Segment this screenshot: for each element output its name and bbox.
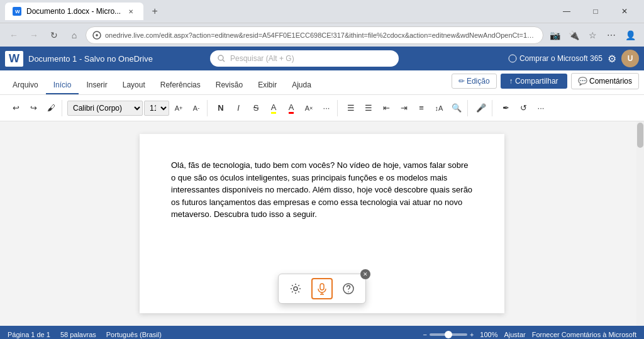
decrease-font-button[interactable]: A- <box>188 100 204 116</box>
new-tab-button[interactable]: + <box>146 3 164 20</box>
maximize-button[interactable]: □ <box>581 0 610 23</box>
reuse-button[interactable]: ↺ <box>515 100 531 116</box>
favorites-icon[interactable]: ☆ <box>584 26 601 44</box>
tab-revisao[interactable]: Revisão <box>208 77 250 94</box>
help-icon <box>342 282 355 295</box>
italic-button[interactable]: I <box>230 100 247 116</box>
feedback-label[interactable]: Fornecer Comentários à Microsoft <box>532 331 636 338</box>
ribbon-tabs: Arquivo Início Inserir Layout Referência… <box>5 70 452 94</box>
svg-point-3 <box>218 55 223 60</box>
style-group: N I S A A A× ··· <box>210 100 338 116</box>
sort-button[interactable]: ↕A <box>431 100 447 116</box>
align-button[interactable]: ≡ <box>413 100 430 116</box>
language-info[interactable]: Português (Brasil) <box>106 331 162 338</box>
tab-close-button[interactable]: ✕ <box>126 6 136 16</box>
minimize-button[interactable]: — <box>552 0 581 23</box>
undo-group: ↩ ↪ 🖌 <box>5 100 62 116</box>
forward-button[interactable]: → <box>25 26 43 44</box>
refresh-button[interactable]: ↻ <box>45 26 63 44</box>
window-controls: — □ ✕ <box>552 0 639 23</box>
zoom-slider[interactable] <box>430 333 467 336</box>
floating-mic-button[interactable] <box>311 278 333 299</box>
browser-tab[interactable]: W Documento 1.docx - Micro... ✕ <box>5 3 143 20</box>
find-button[interactable]: 🔍 <box>448 100 465 116</box>
floating-help-button[interactable] <box>338 278 359 299</box>
zoom-percent: 100% <box>480 331 497 338</box>
ribbon-tabs-bar: Arquivo Início Inserir Layout Referência… <box>0 70 644 95</box>
tab-inserir[interactable]: Inserir <box>79 77 114 94</box>
tab-referencias[interactable]: Referências <box>153 77 208 94</box>
bullets-button[interactable]: ☰ <box>343 100 359 116</box>
user-avatar[interactable]: U <box>621 50 639 67</box>
zoom-control[interactable]: − + <box>423 331 474 338</box>
address-bar[interactable]: onedrive.live.com/edit.aspx?action=editn… <box>86 26 543 44</box>
ms365-label: Comprar o Microsoft 365 <box>519 54 602 63</box>
svg-point-6 <box>294 287 297 291</box>
extensions-icon[interactable]: 🔌 <box>565 26 582 44</box>
font-family-select[interactable]: Calibri (Corpo) <box>67 101 143 116</box>
ms365-icon <box>508 54 517 63</box>
vertical-scrollbar[interactable] <box>636 121 644 326</box>
word-count: 58 palavras <box>60 331 96 338</box>
strikethrough-button[interactable]: S <box>248 100 264 116</box>
dictate-button[interactable]: 🎤 <box>473 100 489 116</box>
formatting-toolbar: ↩ ↪ 🖌 Calibri (Corpo) 11 A+ A- N I S A A… <box>0 95 644 121</box>
svg-line-4 <box>223 60 225 62</box>
undo-button[interactable]: ↩ <box>8 100 24 116</box>
ms365-button[interactable]: Comprar o Microsoft 365 <box>508 54 602 63</box>
tab-exibir[interactable]: Exibir <box>250 77 284 94</box>
zoom-thumb <box>445 331 452 338</box>
scrollbar-thumb[interactable] <box>637 123 643 148</box>
font-color-button[interactable]: A <box>283 100 299 116</box>
browser-menu-icon[interactable]: ⋯ <box>602 26 620 44</box>
zoom-minus[interactable]: − <box>423 331 426 338</box>
word-logo: W <box>5 51 23 67</box>
highlight-button[interactable]: A <box>265 100 282 116</box>
status-bar: Página 1 de 1 58 palavras Português (Bra… <box>0 326 644 339</box>
microphone-icon <box>316 282 328 295</box>
back-button[interactable]: ← <box>5 26 23 44</box>
svg-rect-7 <box>320 284 324 290</box>
edit-mode-button[interactable]: ✏ Edição <box>452 74 497 89</box>
bold-button[interactable]: N <box>213 100 229 116</box>
more-font-button[interactable]: ··· <box>318 100 335 116</box>
tab-arquivo[interactable]: Arquivo <box>5 77 46 94</box>
profile-icon[interactable]: 👤 <box>621 26 639 44</box>
adjust-label[interactable]: Ajustar <box>504 331 525 338</box>
zoom-plus[interactable]: + <box>470 331 474 338</box>
font-size-select[interactable]: 11 <box>144 101 169 116</box>
settings-icon[interactable]: ⚙ <box>608 53 616 65</box>
share-button[interactable]: ↑ Compartilhar <box>501 74 567 89</box>
more-tools-button[interactable]: ··· <box>533 100 549 116</box>
clear-format-button[interactable]: A× <box>301 100 317 116</box>
word-title-right: Comprar o Microsoft 365 ⚙ U <box>508 50 639 67</box>
word-search-box[interactable]: Pesquisar (Alt + G) <box>210 50 399 67</box>
tab-layout[interactable]: Layout <box>115 77 153 94</box>
document-title[interactable]: Documento 1 - Salvo no OneDrive <box>28 54 153 64</box>
screenshot-icon[interactable]: 📷 <box>546 26 564 44</box>
voice-group: 🎤 <box>470 100 492 116</box>
increase-font-button[interactable]: A+ <box>170 100 187 116</box>
home-button[interactable]: ⌂ <box>65 26 83 44</box>
indent-decrease-button[interactable]: ⇤ <box>378 100 394 116</box>
floating-toolbar: ✕ <box>278 274 366 304</box>
lock-icon <box>92 31 101 40</box>
comments-button[interactable]: 💬 Comentários <box>571 73 639 89</box>
browser-navbar: ← → ↻ ⌂ onedrive.live.com/edit.aspx?acti… <box>0 23 644 47</box>
search-placeholder: Pesquisar (Alt + G) <box>230 54 294 63</box>
editor-group: ✒ ↺ ··· <box>495 100 552 116</box>
ribbon-actions: ✏ Edição ↑ Compartilhar 💬 Comentários <box>452 70 639 94</box>
close-button[interactable]: ✕ <box>610 0 639 23</box>
document-content[interactable]: Olá, fãs de tecnologia, tudo bem com voc… <box>171 159 473 221</box>
indent-increase-button[interactable]: ⇥ <box>396 100 412 116</box>
numbering-button[interactable]: ☰ <box>360 100 377 116</box>
search-icon <box>218 55 225 62</box>
floating-settings-button[interactable] <box>285 278 306 299</box>
redo-button[interactable]: ↪ <box>25 100 42 116</box>
editor-button[interactable]: ✒ <box>497 100 514 116</box>
paint-format-button[interactable]: 🖌 <box>43 100 59 116</box>
floating-toolbar-close[interactable]: ✕ <box>360 269 370 279</box>
tab-inicio[interactable]: Início <box>46 77 79 94</box>
tab-ajuda[interactable]: Ajuda <box>284 77 319 94</box>
browser-action-icons: 📷 🔌 ☆ ⋯ 👤 <box>546 26 639 44</box>
